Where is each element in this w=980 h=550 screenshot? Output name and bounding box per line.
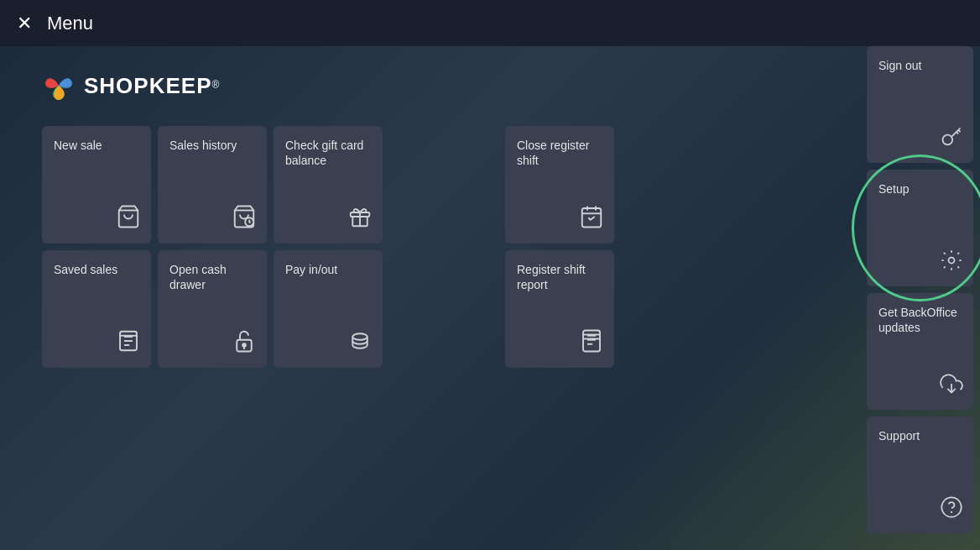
question-icon: [940, 495, 963, 525]
coins-icon: [347, 328, 373, 359]
tile-open-cash-drawer-label: Open cash drawer: [169, 262, 257, 292]
tiles-grid: New sale Sales history Check gift card b…: [42, 126, 850, 368]
close-button[interactable]: ✕: [17, 14, 32, 33]
lock-icon: [232, 328, 257, 359]
bag-icon: [116, 204, 141, 235]
tile-check-gift-card-label: Check gift card balance: [285, 138, 373, 168]
bag-clock-icon: [232, 204, 257, 235]
svg-line-28: [957, 132, 958, 134]
tile-saved-sales[interactable]: Saved sales: [42, 250, 151, 368]
tile-saved-sales-label: Saved sales: [54, 262, 141, 277]
left-panel: SHOPKEEP® New sale Sales history: [0, 46, 867, 550]
tile-empty-1: [389, 126, 498, 244]
svg-rect-19: [583, 331, 600, 352]
svg-point-25: [943, 135, 953, 145]
svg-point-31: [941, 497, 961, 516]
tile-sales-history[interactable]: Sales history: [158, 126, 267, 244]
svg-point-29: [949, 258, 955, 264]
shopkeep-logo-icon: [42, 71, 76, 101]
menu-title: Menu: [47, 13, 93, 34]
tile-support[interactable]: Support: [867, 416, 973, 533]
svg-rect-6: [582, 208, 602, 228]
tile-open-cash-drawer[interactable]: Open cash drawer: [158, 250, 267, 368]
svg-point-18: [352, 333, 368, 340]
logo-area: SHOPKEEP®: [42, 71, 850, 101]
tile-pay-in-out[interactable]: Pay in/out: [274, 250, 383, 368]
tile-sign-out[interactable]: Sign out: [867, 46, 973, 163]
tile-register-shift-report[interactable]: Register shift report: [505, 250, 614, 368]
tile-pay-in-out-label: Pay in/out: [285, 262, 373, 277]
main-content: SHOPKEEP® New sale Sales history: [0, 46, 980, 550]
tile-sales-history-label: Sales history: [169, 138, 257, 153]
top-bar: ✕ Menu: [0, 0, 980, 46]
tile-empty-2: [389, 250, 498, 368]
tile-close-register-shift[interactable]: Close register shift: [505, 126, 614, 244]
tile-close-register-shift-label: Close register shift: [517, 138, 604, 168]
tile-check-gift-card[interactable]: Check gift card balance: [274, 126, 383, 244]
svg-point-16: [242, 343, 246, 347]
report-icon: [579, 328, 604, 359]
tile-sign-out-label: Sign out: [878, 58, 963, 73]
tile-get-backoffice-updates-label: Get BackOffice updates: [878, 305, 963, 335]
tile-support-label: Support: [878, 428, 963, 443]
setup-circle-highlight: [852, 155, 980, 301]
right-panel: Sign out Setup Get BackOffice updates Su…: [867, 46, 980, 550]
svg-line-27: [958, 130, 960, 132]
tile-new-sale-label: New sale: [54, 138, 141, 153]
logo-text: SHOPKEEP®: [84, 73, 219, 99]
calendar-check-icon: [579, 204, 604, 235]
gear-icon: [940, 249, 963, 278]
cloud-download-icon: [940, 372, 963, 401]
key-icon: [940, 125, 963, 155]
tile-new-sale[interactable]: New sale: [42, 126, 151, 244]
tile-setup-label: Setup: [878, 181, 963, 196]
gift-icon: [347, 204, 373, 235]
tile-register-shift-report-label: Register shift report: [517, 262, 604, 292]
tile-setup[interactable]: Setup: [867, 170, 973, 286]
tile-get-backoffice-updates[interactable]: Get BackOffice updates: [867, 293, 973, 410]
list-icon: [116, 328, 141, 359]
logo-container: SHOPKEEP®: [42, 71, 850, 101]
